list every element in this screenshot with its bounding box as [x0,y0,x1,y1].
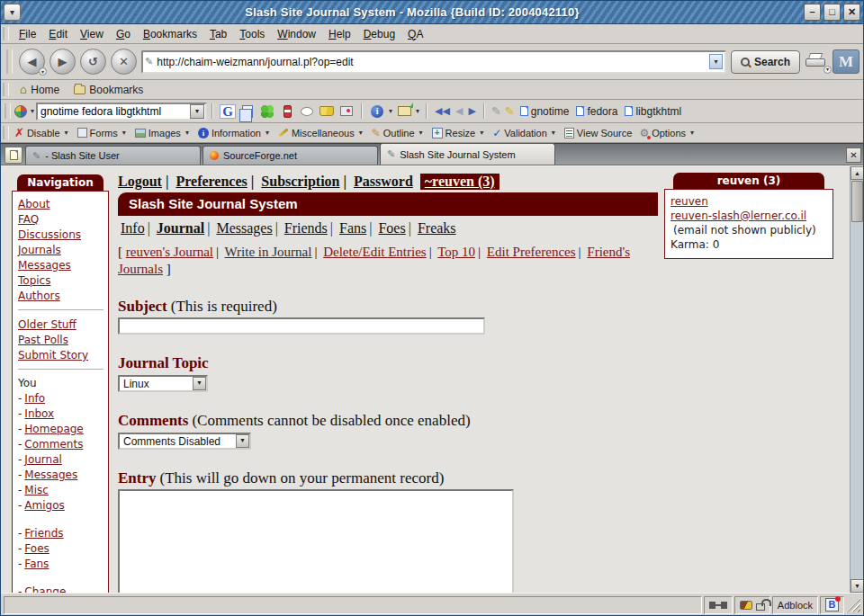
nav-link[interactable]: Change Password [18,585,68,593]
webdev-view-source-button[interactable]: View Source [561,127,636,139]
page-info-button[interactable]: i [369,103,385,120]
nav-link[interactable]: Discussions [18,228,81,241]
print-button[interactable]: ▾ [805,53,828,71]
webdev-validation-menu[interactable]: ✓Validation▾ [489,126,561,140]
nav-link[interactable]: Authors [18,290,60,302]
nav-link[interactable]: About [18,198,50,210]
user-badge[interactable]: ~reuven (3) [420,174,500,190]
user-nick-link[interactable]: reuven [670,195,708,208]
groups-button[interactable] [299,103,315,120]
menu-item[interactable]: File [13,26,42,42]
nav-link[interactable]: Messages [24,469,77,481]
write-in-journal-link[interactable]: Write in Journal [225,245,312,259]
directory-button[interactable] [319,103,335,120]
select-dropdown-icon[interactable]: ▼ [193,377,206,390]
term-button-fedora[interactable]: fedora [576,105,617,118]
toolbar-grip[interactable] [6,49,13,74]
tab-sourceforge[interactable]: SourceForge.net [202,146,378,165]
tab-slash-site-user[interactable]: ✎ - Slash Site User [25,146,201,165]
toolbar-grip[interactable] [3,126,9,139]
tab-foes[interactable]: Foes [378,220,405,236]
delete-edit-entries-link[interactable]: Delete/Edit Entries [323,245,427,259]
search-button[interactable]: Search [731,50,800,74]
info-dropdown-icon[interactable]: ▾ [389,107,392,115]
preferences-link[interactable]: Preferences [176,174,247,189]
term-button-gnotime[interactable]: gnotime [520,105,570,118]
maximize-button[interactable]: □ [824,4,841,21]
back-button[interactable]: ◀▾ [19,49,45,75]
forward-button[interactable]: ▶ [50,49,76,75]
top-10-link[interactable]: Top 10 [437,245,475,259]
menu-item[interactable]: Debug [357,26,401,42]
toolbar-grip[interactable] [4,103,11,120]
nav-link[interactable]: Messages [18,259,71,272]
menu-item[interactable]: Tools [233,26,271,42]
webdev-information-menu[interactable]: iInformation▾ [194,127,274,139]
webdev-options-menu[interactable]: ⚙Options▾ [635,126,699,140]
nav-link[interactable]: Friends [24,527,63,540]
mozilla-logo[interactable]: M [832,49,860,74]
google-search-button[interactable]: G [220,103,236,120]
page-proxy-icon[interactable]: ✎ [145,56,153,67]
menu-item[interactable]: Help [322,26,357,42]
term-button-libgtkhtml[interactable]: libgtkhtml [625,105,681,118]
user-email-link[interactable]: reuven-slash@lerner.co.il [670,210,806,222]
tab-freaks[interactable]: Freaks [418,220,456,236]
logout-link[interactable]: Logout [118,174,162,189]
tab-info[interactable]: Info [121,220,145,236]
nav-link[interactable]: Fans [24,558,49,570]
back-dropdown-icon[interactable]: ▾ [39,67,47,76]
news-button[interactable] [338,103,355,120]
resize-grip[interactable] [846,598,860,612]
url-bar[interactable]: ✎ ▾ [141,50,726,74]
bookmarks-button[interactable]: Bookmarks [68,83,148,97]
toolbar-grip[interactable] [3,83,9,96]
toolbar-grip[interactable] [3,27,9,40]
close-button[interactable]: ✕ [843,4,860,21]
window-menu-icon[interactable]: ▾ [4,4,21,21]
nav-link[interactable]: Foes [24,542,49,555]
open-folder-button[interactable] [396,103,412,120]
nav-link[interactable]: Topics [18,274,50,287]
nav-link[interactable]: Amigos [24,499,64,512]
menu-item[interactable]: Bookmarks [137,26,203,42]
webdev-resize-menu[interactable]: +Resize▾ [428,127,490,139]
scroll-up-button[interactable]: ▲ [850,166,864,180]
nav-link[interactable]: Journal [24,453,62,466]
folder-dropdown-icon[interactable]: ▾ [416,107,419,115]
webdev-outline-menu[interactable]: ✎Outline▾ [368,126,428,140]
tab-friends[interactable]: Friends [284,220,328,236]
webdev-miscellaneous-menu[interactable]: Miscellaneous▾ [274,127,368,139]
tab-fans[interactable]: Fans [339,220,366,236]
subscription-link[interactable]: Subscription [261,174,339,189]
webdev-forms-menu[interactable]: Forms▾ [74,127,131,139]
web-search-field[interactable]: ▾ [36,103,207,121]
menu-item[interactable]: QA [401,26,429,42]
search-engine-icon[interactable] [14,105,27,118]
nav-link[interactable]: Past Polls [18,334,68,346]
webdev-disable-menu[interactable]: ✗Disable▾ [11,125,74,140]
reload-button[interactable]: ↺ [80,49,106,75]
popup-blocker-button[interactable] [279,103,295,120]
tab-messages[interactable]: Messages [216,220,272,236]
scrollbar-thumb[interactable] [851,181,863,222]
webdev-images-menu[interactable]: Images▾ [131,127,194,139]
new-tab-button[interactable] [4,147,22,164]
extension-badge[interactable]: B [820,596,844,614]
stop-button[interactable]: ✕ [111,49,137,75]
prev-result-button[interactable]: ◀ [455,105,463,117]
nav-link[interactable]: FAQ [18,213,39,226]
nav-link[interactable]: Journals [18,244,61,256]
image-manager-indicator[interactable] [734,596,770,614]
adblock-status[interactable]: Adblock [772,596,818,614]
tab-slash-site-journal-system[interactable]: ✎ Slash Site Journal System [380,143,555,165]
search-site-button[interactable] [239,103,256,120]
url-dropdown-icon[interactable]: ▾ [709,54,723,69]
highlighter-icon[interactable]: ✎ [505,104,515,118]
select-dropdown-icon[interactable]: ▼ [236,434,249,448]
password-link[interactable]: Password [354,174,413,189]
lucky-button[interactable] [259,103,275,120]
menu-item[interactable]: Tab [203,26,233,42]
menu-item[interactable]: Edit [42,26,74,42]
next-result-button[interactable]: ▶ [468,105,475,117]
